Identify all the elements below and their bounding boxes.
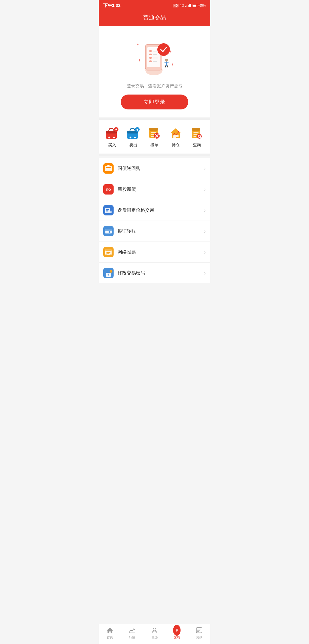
action-sell[interactable]: 卖出 — [123, 125, 144, 148]
password-arrow: › — [204, 270, 206, 276]
position-label: 持仓 — [172, 143, 180, 148]
svg-rect-7 — [149, 50, 152, 52]
svg-point-30 — [129, 136, 132, 139]
battery-level: 65% — [199, 4, 206, 7]
menu-list: 国债逆回购 › IPO 新股新债 › 创 盘后固定价格交易 › — [99, 158, 210, 283]
svg-rect-56 — [106, 167, 111, 168]
ipo-icon: IPO — [103, 184, 114, 195]
sell-icon — [126, 125, 141, 140]
quick-actions: 买入 卖出 — [99, 120, 210, 154]
svg-point-25 — [113, 136, 115, 139]
page-title: 普通交易 — [143, 14, 166, 21]
hero-subtitle: 登录交易，查看账户资产盈亏 — [127, 83, 183, 89]
password-label: 修改交易密码 — [118, 270, 204, 276]
ipo-label: 新股新债 — [118, 186, 204, 193]
login-button[interactable]: 立即登录 — [121, 95, 188, 109]
svg-rect-49 — [193, 134, 197, 135]
hd-badge: HD — [173, 4, 179, 7]
gov-bond-icon — [103, 163, 114, 174]
svg-rect-48 — [193, 132, 199, 133]
hero-section: 登录交易，查看账户资产盈亏 立即登录 — [99, 26, 210, 117]
network-label: 4G — [180, 3, 184, 7]
svg-rect-62 — [106, 209, 109, 210]
svg-rect-10 — [153, 54, 157, 55]
svg-point-16 — [165, 59, 168, 62]
gov-bond-arrow: › — [204, 166, 206, 172]
password-icon: ! — [103, 268, 114, 278]
gov-bond-label: 国债逆回购 — [118, 166, 204, 172]
svg-rect-64 — [106, 211, 108, 212]
query-label: 查询 — [193, 143, 201, 148]
after-hours-label: 盘后固定价格交易 — [118, 207, 204, 213]
svg-rect-13 — [149, 60, 152, 62]
vote-arrow: › — [204, 249, 206, 255]
action-position[interactable]: 持仓 — [165, 125, 186, 148]
cancel-icon — [147, 125, 162, 140]
svg-marker-0 — [137, 43, 138, 46]
svg-point-24 — [108, 136, 110, 139]
svg-rect-12 — [153, 58, 158, 58]
divider-2 — [99, 154, 210, 156]
svg-rect-14 — [153, 61, 157, 62]
svg-text:IPO: IPO — [106, 188, 111, 191]
status-icons: HD 4G 65% — [173, 3, 206, 7]
battery-icon — [192, 4, 198, 7]
vote-label: 网络投票 — [118, 249, 204, 255]
svg-rect-36 — [151, 132, 156, 133]
svg-line-20 — [165, 66, 166, 68]
svg-line-53 — [201, 138, 202, 139]
svg-text:!: ! — [111, 270, 112, 273]
svg-rect-63 — [106, 210, 108, 211]
svg-rect-68 — [105, 229, 112, 231]
action-query[interactable]: 查询 — [186, 125, 207, 148]
transfer-arrow: › — [204, 228, 206, 234]
svg-text:创: 创 — [109, 211, 112, 213]
buy-label: 买入 — [108, 143, 116, 148]
divider-1 — [99, 117, 210, 120]
svg-rect-9 — [149, 54, 152, 55]
after-hours-arrow: › — [204, 207, 206, 213]
svg-marker-2 — [139, 59, 140, 62]
hero-illustration — [132, 33, 177, 79]
buy-icon — [105, 125, 120, 140]
signal-icon — [185, 4, 191, 7]
sell-label: 卖出 — [129, 143, 137, 148]
menu-item-gov-bond[interactable]: 国债逆回购 › — [99, 158, 210, 179]
menu-item-vote[interactable]: 网络投票 › — [99, 242, 210, 263]
vote-icon — [103, 247, 114, 257]
svg-rect-47 — [192, 128, 200, 131]
svg-rect-72 — [105, 249, 112, 251]
action-cancel[interactable]: 撤单 — [144, 125, 165, 148]
svg-marker-1 — [170, 50, 171, 53]
page-header: 普通交易 — [99, 10, 210, 26]
transfer-icon — [103, 226, 114, 236]
action-buy[interactable]: 买入 — [102, 125, 123, 148]
svg-rect-35 — [149, 128, 158, 131]
cancel-label: 撤单 — [150, 143, 159, 148]
svg-point-31 — [134, 136, 136, 139]
menu-item-after-hours[interactable]: 创 盘后固定价格交易 › — [99, 200, 210, 221]
menu-item-transfer[interactable]: 银证转账 › — [99, 221, 210, 242]
menu-item-ipo[interactable]: IPO 新股新债 › — [99, 179, 210, 200]
svg-rect-11 — [149, 57, 152, 59]
status-time: 下午3:32 — [103, 3, 120, 8]
svg-point-45 — [178, 131, 179, 133]
svg-line-21 — [167, 66, 168, 68]
menu-item-password[interactable]: ! 修改交易密码 › — [99, 263, 210, 283]
svg-point-15 — [157, 43, 170, 56]
svg-rect-78 — [108, 274, 109, 276]
svg-rect-44 — [176, 135, 179, 137]
after-hours-icon: 创 — [103, 205, 114, 215]
transfer-label: 银证转账 — [118, 228, 204, 234]
position-icon — [168, 125, 183, 140]
svg-marker-3 — [172, 63, 173, 66]
query-icon — [189, 125, 204, 140]
svg-rect-38 — [151, 136, 154, 137]
svg-rect-73 — [106, 252, 110, 253]
status-bar: 下午3:32 HD 4G 65% — [99, 0, 210, 10]
svg-rect-43 — [173, 135, 176, 138]
svg-rect-50 — [193, 136, 196, 137]
ipo-arrow: › — [204, 186, 206, 193]
svg-rect-57 — [106, 169, 109, 169]
